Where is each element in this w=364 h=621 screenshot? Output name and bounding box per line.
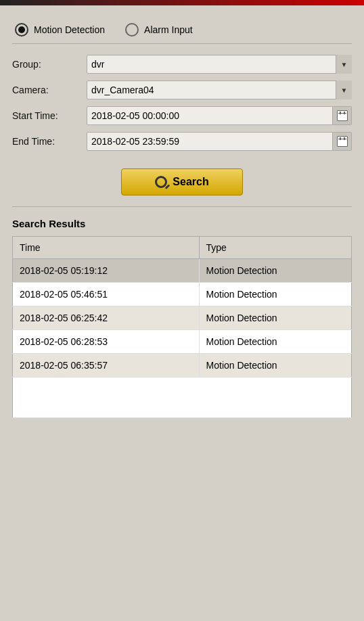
column-header-type: Type [199,237,351,259]
search-button-row: Search [12,162,352,207]
start-time-row: Start Time: [12,106,352,125]
cell-type: Motion Detection [199,306,351,330]
group-control: dvr nvr ipc [87,55,352,74]
end-time-row: End Time: [12,132,352,151]
search-icon [155,176,167,188]
results-section: Search Results Time Type 2018-02-05 05:1… [12,218,352,418]
column-header-time: Time [13,237,200,259]
cell-type: Motion Detection [199,259,351,283]
cell-time: 2018-02-05 06:25:42 [13,306,200,330]
group-select[interactable]: dvr nvr ipc [87,55,352,74]
motion-detection-radio[interactable]: Motion Detection [15,23,105,37]
cell-type: Motion Detection [199,354,351,377]
cell-time: 2018-02-05 06:35:57 [13,354,200,377]
main-container: Motion Detection Alarm Input Group: dvr … [0,5,364,429]
start-time-input[interactable] [87,106,333,125]
end-time-calendar-icon [337,136,348,147]
table-row[interactable]: 2018-02-05 06:28:53Motion Detection [13,330,352,354]
start-time-calendar-icon [337,110,348,121]
camera-row: Camera: dvr_Camera01 dvr_Camera02 dvr_Ca… [12,80,352,99]
start-time-wrapper [87,106,352,125]
motion-detection-label: Motion Detection [34,24,105,35]
camera-select[interactable]: dvr_Camera01 dvr_Camera02 dvr_Camera03 d… [87,80,352,99]
cell-type: Motion Detection [199,283,351,306]
cell-type: Motion Detection [199,330,351,354]
top-bar [0,0,364,5]
alarm-input-radio[interactable]: Alarm Input [125,23,193,37]
start-time-control [87,106,352,125]
camera-label: Camera: [12,85,87,95]
group-label: Group: [12,59,87,70]
table-row[interactable]: 2018-02-05 06:35:57Motion Detection [13,354,352,377]
alarm-input-label: Alarm Input [144,24,193,35]
camera-control: dvr_Camera01 dvr_Camera02 dvr_Camera03 d… [87,80,352,99]
results-table: Time Type 2018-02-05 05:19:12Motion Dete… [12,236,352,418]
end-time-label: End Time: [12,136,87,147]
table-row[interactable]: 2018-02-05 05:46:51Motion Detection [13,283,352,306]
end-time-control [87,132,352,151]
search-button-label: Search [173,176,208,188]
cell-time: 2018-02-05 05:19:12 [13,259,200,283]
cell-time: 2018-02-05 05:46:51 [13,283,200,306]
detection-type-selector: Motion Detection Alarm Input [12,16,352,44]
start-time-calendar-button[interactable] [333,106,352,125]
search-form: Group: dvr nvr ipc Camera: dvr_Camera0 [12,55,352,151]
alarm-input-radio-indicator [125,23,139,37]
search-button[interactable]: Search [121,168,243,196]
start-time-label: Start Time: [12,110,87,121]
results-title: Search Results [12,218,352,229]
end-time-wrapper [87,132,352,151]
group-select-wrapper: dvr nvr ipc [87,55,352,74]
camera-select-wrapper: dvr_Camera01 dvr_Camera02 dvr_Camera03 d… [87,80,352,99]
table-empty-row [13,377,352,418]
table-row[interactable]: 2018-02-05 06:25:42Motion Detection [13,306,352,330]
table-row[interactable]: 2018-02-05 05:19:12Motion Detection [13,259,352,283]
end-time-input[interactable] [87,132,333,151]
end-time-calendar-button[interactable] [333,132,352,151]
motion-detection-radio-indicator [15,23,28,37]
table-header-row: Time Type [13,237,352,259]
group-row: Group: dvr nvr ipc [12,55,352,74]
cell-time: 2018-02-05 06:28:53 [13,330,200,354]
